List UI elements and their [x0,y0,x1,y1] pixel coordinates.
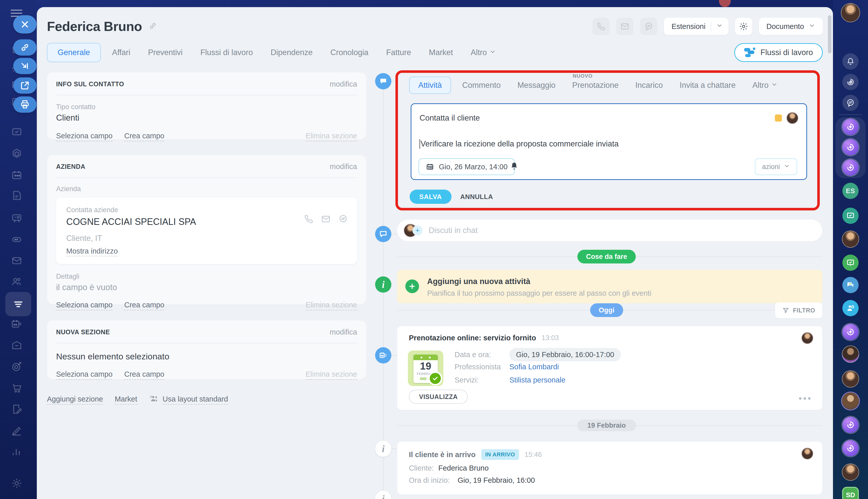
notifications-bell-icon[interactable] [842,53,859,70]
crea-campo-link[interactable]: Crea campo [124,370,164,380]
usa-layout-standard-link[interactable]: Usa layout standard [163,395,228,405]
tab-fatture[interactable]: Fatture [386,48,411,57]
mostra-indirizzo-link[interactable]: Mostra indirizzo [66,247,118,256]
stats-chart-icon[interactable] [11,446,23,458]
email-icon-button[interactable] [616,18,634,35]
flussi-di-lavoro-button[interactable]: Flussi di lavoro [734,43,823,62]
integrations-icon[interactable] [11,148,23,160]
elimina-sezione-link[interactable]: Elimina sezione [306,132,357,142]
user-avatar[interactable] [842,345,859,363]
calendar-icon[interactable] [11,169,23,181]
compose-tab-incarico[interactable]: Incarico [635,81,663,90]
elimina-sezione-link[interactable]: Elimina sezione [306,370,357,380]
seleziona-campo-link[interactable]: Seleziona campo [56,301,112,311]
team-chat-icon[interactable] [842,277,859,293]
user-avatar[interactable] [842,230,859,248]
settings-gear-icon[interactable] [11,477,23,489]
activity-body-input[interactable]: Verificare la ricezione della proposta c… [419,139,619,149]
tasks-check-icon[interactable] [11,126,23,138]
settings-button[interactable] [735,18,752,35]
compose-tab-messaggio[interactable]: Messaggio [517,81,555,90]
activity-title-input[interactable]: Contatta il cliente [419,113,480,123]
user-avatar[interactable] [842,392,859,410]
modifica-link[interactable]: modifica [330,162,357,171]
copy-link-button[interactable] [13,39,37,56]
activity-color-tag[interactable] [775,114,782,122]
contacts-icon[interactable] [11,276,23,288]
cart-icon[interactable] [11,382,23,394]
add-participant-icon[interactable]: + [413,226,423,235]
signature-pen-icon[interactable] [11,424,23,437]
chat-transfer-icon[interactable] [338,214,348,225]
goals-target-icon[interactable] [11,361,23,373]
assignee-avatar[interactable] [786,112,798,124]
tab-affari[interactable]: Affari [112,48,131,57]
field-empty-value[interactable]: il campo è vuoto [56,282,357,292]
chat-input[interactable]: + Discuti in chat [397,220,822,241]
reminder-bell-icon[interactable] [509,161,519,172]
modifica-link[interactable]: modifica [330,328,357,336]
more-options-icon[interactable] [799,397,811,400]
aggiungi-sezione-link[interactable]: Aggiungi sezione [47,395,103,405]
print-button[interactable] [13,96,37,113]
market-link[interactable]: Market [115,395,137,405]
document-icon[interactable] [11,189,23,202]
chat-icon-button[interactable] [640,18,657,35]
chat-transfer-icon[interactable] [842,95,859,111]
ai-bot-icon[interactable] [842,417,859,433]
user-initials-sd[interactable]: SD [842,487,859,499]
seleziona-campo-link[interactable]: Seleziona campo [56,132,112,142]
scrollbar-thumb[interactable] [828,15,831,53]
permalink-icon[interactable] [148,22,157,31]
user-avatar[interactable] [842,370,859,388]
tab-market[interactable]: Market [429,48,453,57]
call-icon-button[interactable] [592,18,610,35]
archive-icon[interactable] [11,339,23,351]
filtro-button[interactable]: FILTRO [775,303,822,318]
professionista-link[interactable]: Sofia Lombardi [509,363,559,371]
ai-bot-icon[interactable] [842,139,859,155]
visualizza-button[interactable]: VISUALIZZA [409,390,468,404]
annulla-button[interactable]: ANNULLA [460,193,493,201]
lists-active-item[interactable] [5,292,31,316]
elimina-sezione-link[interactable]: Elimina sezione [306,301,357,311]
collapse-button[interactable] [13,58,37,74]
extensions-dropdown[interactable]: Estensioni [664,18,729,35]
azioni-dropdown[interactable]: azioni [755,158,797,175]
mail-icon[interactable] [321,214,331,225]
user-initials-es[interactable]: ES [842,183,859,199]
compose-tab-attivita[interactable]: Attività [409,77,451,94]
monitor-check-icon[interactable] [842,255,859,271]
user-avatar[interactable] [842,463,859,481]
modifica-link[interactable]: modifica [330,80,357,88]
notes-edit-icon[interactable] [11,403,23,415]
visitor-clock-icon[interactable] [842,300,859,316]
salva-button[interactable]: SALVA [409,190,452,204]
phone-icon[interactable] [304,214,314,225]
tab-preventivi[interactable]: Preventivi [148,48,183,57]
tab-flussi-di-lavoro[interactable]: Flussi di lavoro [200,48,253,57]
crea-campo-link[interactable]: Crea campo [124,132,164,142]
task-check-icon[interactable] [842,208,859,224]
documento-dropdown[interactable]: Documento [759,18,823,35]
mail-icon[interactable] [11,255,23,267]
compose-tab-invita[interactable]: Invita a chattare [680,81,736,90]
ai-assistant-icon[interactable] [842,74,859,90]
tab-cronologia[interactable]: Cronologia [330,48,368,57]
ai-bot-icon[interactable] [842,440,859,457]
tab-altro[interactable]: Altro [471,48,496,57]
ai-bot-icon[interactable] [842,159,859,175]
crea-campo-link[interactable]: Crea campo [124,301,164,311]
close-button[interactable] [13,15,37,34]
compose-tab-altro[interactable]: Altro [752,81,778,90]
field-value[interactable]: Clienti [56,113,357,123]
current-user-avatar[interactable] [841,3,860,22]
ai-bot-icon[interactable] [842,119,859,135]
due-date-button[interactable]: Gio, 26 Marzo, 14:00 [418,158,515,175]
seleziona-campo-link[interactable]: Seleziona campo [56,370,112,380]
compose-tab-commento[interactable]: Commento [462,81,501,90]
servizi-link[interactable]: Stilista personale [509,376,565,384]
bookings-icon[interactable] [11,318,23,330]
presentation-icon[interactable] [11,212,23,224]
tab-generale[interactable]: Generale [47,43,101,62]
